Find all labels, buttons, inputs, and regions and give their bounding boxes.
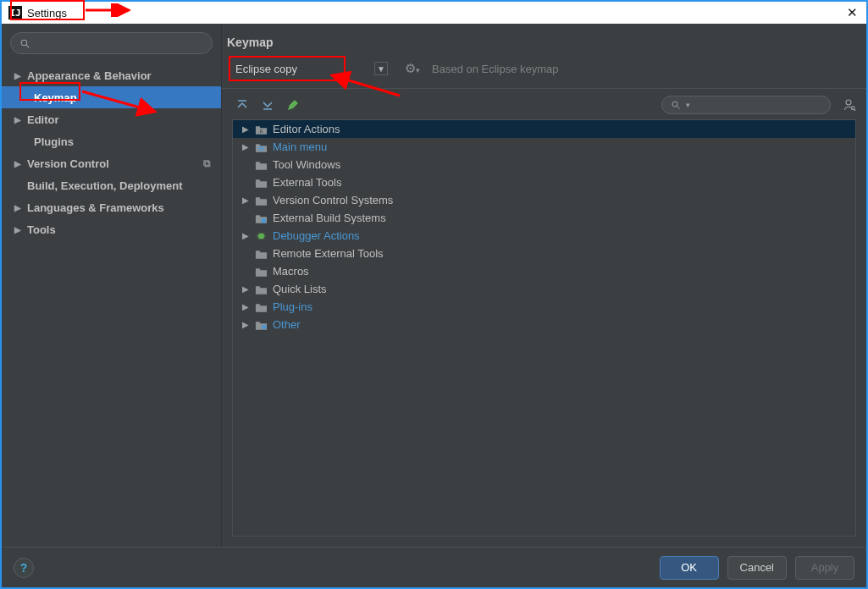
chevron-down-icon: ▼ (374, 62, 388, 75)
folder-icon (255, 159, 268, 171)
sidebar-item-label: Appearance & Behavior (27, 69, 152, 82)
chevron-right-icon: ▶ (241, 231, 250, 240)
bug-icon (255, 230, 268, 242)
svg-point-6 (846, 100, 851, 105)
sidebar-item-editor[interactable]: ▶Editor (2, 108, 221, 130)
search-icon (19, 38, 30, 49)
page-title: Keymap (222, 24, 866, 52)
project-icon: ⧉ (203, 157, 211, 169)
tree-row-plug-ins[interactable]: ▶Plug-ins (233, 298, 855, 316)
folder-cog-icon (255, 212, 268, 224)
svg-line-5 (677, 107, 680, 109)
ok-button[interactable]: OK (660, 556, 719, 580)
tree-row-label: Version Control Systems (273, 194, 393, 206)
app-icon: IJ (8, 6, 22, 19)
svg-point-0 (21, 40, 27, 46)
svg-line-1 (26, 45, 29, 47)
tree-row-other[interactable]: ▶Other (233, 316, 855, 333)
tree-row-external-build-systems[interactable]: External Build Systems (233, 209, 855, 227)
folder-icon (255, 248, 268, 260)
svg-point-4 (672, 102, 677, 107)
tree-row-version-control-systems[interactable]: ▶Version Control Systems (233, 191, 855, 209)
chevron-right-icon: ▶ (14, 225, 22, 234)
settings-sidebar: ▶Appearance & BehaviorKeymap▶EditorPlugi… (2, 24, 222, 547)
search-icon (671, 100, 681, 110)
sidebar-item-label: Keymap (34, 91, 77, 104)
folder-icon (255, 301, 268, 313)
actions-tree[interactable]: ▶EEditor Actions▶Main menuTool WindowsEx… (232, 119, 856, 537)
tree-row-quick-lists[interactable]: ▶Quick Lists (233, 280, 855, 298)
keymap-scheme-combobox[interactable]: Eclipse copy ▼ (227, 58, 393, 80)
tree-row-debugger-actions[interactable]: ▶Debugger Actions (233, 227, 855, 245)
chevron-right-icon: ▶ (14, 71, 22, 80)
based-on-label: Based on Eclipse keymap (432, 63, 559, 75)
sidebar-item-build-execution-deployment[interactable]: Build, Execution, Deployment (2, 174, 221, 196)
expand-all-icon[interactable] (235, 98, 249, 112)
tree-row-external-tools[interactable]: External Tools (233, 173, 855, 191)
sidebar-item-version-control[interactable]: ▶Version Control⧉ (2, 152, 221, 174)
tree-row-label: Tool Windows (273, 158, 340, 171)
gear-icon[interactable]: ⚙▾ (405, 61, 420, 76)
chevron-right-icon: ▶ (14, 159, 22, 168)
window-title: Settings (27, 7, 67, 19)
chevron-right-icon: ▶ (241, 124, 250, 134)
tree-row-remote-external-tools[interactable]: Remote External Tools (233, 245, 855, 262)
find-by-shortcut-icon[interactable] (841, 97, 856, 113)
folder-code-icon: E (255, 124, 268, 135)
chevron-right-icon: ▶ (14, 115, 22, 124)
sidebar-item-label: Version Control (27, 157, 109, 170)
sidebar-item-label: Editor (27, 113, 59, 126)
sidebar-item-label: Plugins (34, 135, 74, 148)
tree-row-macros[interactable]: Macros (233, 262, 855, 280)
sidebar-item-label: Languages & Frameworks (27, 201, 164, 214)
sidebar-item-plugins[interactable]: Plugins (2, 130, 221, 152)
folder-icon (255, 283, 268, 295)
folder-icon (255, 177, 268, 189)
chevron-right-icon: ▶ (241, 320, 250, 329)
folder-other-icon (255, 319, 268, 331)
tree-row-label: Quick Lists (273, 283, 327, 295)
svg-rect-10 (258, 146, 265, 147)
chevron-right-icon: ▶ (14, 203, 22, 212)
tree-row-tool-windows[interactable]: Tool Windows (233, 156, 855, 173)
action-search-input[interactable]: ▾ (661, 96, 831, 114)
apply-button[interactable]: Apply (795, 556, 854, 580)
tree-row-label: Editor Actions (273, 123, 340, 135)
tree-row-label: Remote External Tools (273, 247, 384, 260)
svg-rect-11 (258, 147, 265, 148)
edit-icon[interactable] (286, 98, 300, 112)
chevron-right-icon: ▶ (241, 284, 250, 294)
chevron-right-icon: ▶ (241, 195, 250, 205)
tree-row-label: Debugger Actions (273, 229, 360, 242)
svg-rect-12 (258, 149, 265, 150)
tree-row-main-menu[interactable]: ▶Main menu (233, 138, 855, 156)
chevron-right-icon: ▶ (241, 142, 250, 151)
sidebar-item-tools[interactable]: ▶Tools (2, 218, 221, 240)
svg-line-8 (854, 109, 856, 111)
folder-icon (255, 266, 268, 278)
tree-row-label: Plug-ins (273, 300, 312, 313)
svg-rect-18 (262, 325, 266, 329)
tree-row-label: Main menu (273, 140, 327, 153)
help-button[interactable]: ? (14, 558, 34, 578)
svg-text:E: E (260, 128, 263, 133)
folder-icon (255, 195, 268, 206)
window-close-button[interactable]: ✕ (844, 5, 860, 20)
chevron-right-icon: ▶ (241, 302, 250, 311)
cancel-button[interactable]: Cancel (727, 556, 787, 580)
sidebar-item-appearance-behavior[interactable]: ▶Appearance & Behavior (2, 64, 221, 86)
keymap-scheme-value: Eclipse copy (235, 63, 297, 75)
tree-row-label: External Build Systems (273, 212, 386, 224)
tree-row-label: External Tools (273, 176, 341, 189)
collapse-all-icon[interactable] (261, 98, 274, 112)
svg-point-13 (262, 218, 267, 223)
sidebar-item-keymap[interactable]: Keymap (2, 86, 221, 108)
sidebar-item-label: Build, Execution, Deployment (27, 179, 182, 192)
svg-point-7 (851, 107, 854, 110)
sidebar-item-label: Tools (27, 223, 56, 236)
folder-menu-icon (255, 141, 268, 153)
tree-row-editor-actions[interactable]: ▶EEditor Actions (233, 120, 855, 138)
sidebar-item-languages-frameworks[interactable]: ▶Languages & Frameworks (2, 196, 221, 218)
sidebar-search-input[interactable] (10, 32, 213, 54)
tree-row-label: Other (273, 318, 301, 331)
